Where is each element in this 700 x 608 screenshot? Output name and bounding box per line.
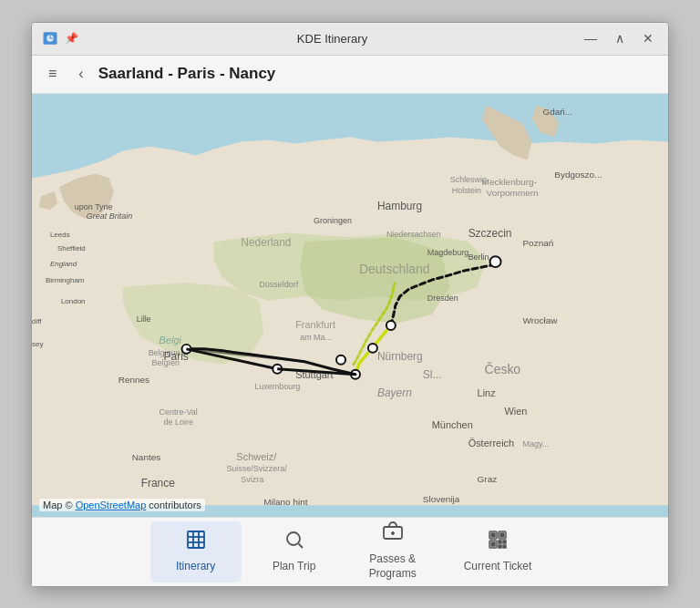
svg-rect-87 [499,545,501,548]
svg-text:Holstein: Holstein [452,186,481,195]
window-controls: — ∧ ✕ [579,29,659,47]
map-background: Great Britain Leeds Sheffield England Bi… [32,94,668,517]
itinerary-label: Itinerary [176,560,215,574]
svg-text:Poznań: Poznań [522,238,553,248]
svg-text:Nürnberg: Nürnberg [377,349,423,362]
svg-text:Deutschland: Deutschland [359,262,430,276]
svg-text:Mecklenburg-: Mecklenburg- [482,177,537,187]
svg-text:Vorpommern: Vorpommern [487,188,539,198]
pin-icon: 📌 [65,32,78,45]
svg-text:Düsseldorf: Düsseldorf [259,280,298,289]
svg-text:London: London [61,297,86,305]
svg-text:Österreich: Österreich [468,437,515,448]
svg-point-67 [490,256,501,267]
svg-point-65 [336,355,345,364]
svg-rect-86 [503,541,506,543]
svg-text:Lille: Lille [137,314,151,323]
svg-text:Gdań...: Gdań... [542,106,572,116]
svg-text:Szczecin: Szczecin [468,227,512,240]
svg-text:France: France [141,477,176,489]
attribution-suffix: contributors [149,500,201,510]
svg-text:Nantes: Nantes [132,451,161,461]
svg-text:Leeds: Leeds [50,231,70,239]
close-button[interactable]: ✕ [637,29,659,47]
passes-programs-tab[interactable]: Passes &Programs [347,521,438,582]
svg-text:Birmingham: Birmingham [46,276,85,284]
svg-text:Wrocław: Wrocław [522,314,558,325]
maximize-button[interactable]: ∧ [610,29,630,47]
svg-text:Great Britain: Great Britain [87,211,132,221]
svg-text:Svizra: Svizra [241,475,263,484]
svg-text:Bydgoszo...: Bydgoszo... [554,170,602,180]
svg-rect-80 [491,533,495,537]
svg-text:Graz: Graz [478,474,498,484]
plan-trip-tab[interactable]: Plan Trip [249,521,340,582]
svg-point-64 [386,320,396,329]
svg-text:Sheffield: Sheffield [57,244,86,252]
map-attribution: Map © OpenStreetMap contributors [39,499,205,511]
svg-text:Wien: Wien [505,405,528,416]
passes-programs-icon [382,521,404,549]
svg-text:Suisse/Svizzera/: Suisse/Svizzera/ [226,464,287,473]
window-title: KDE Itinerary [86,32,579,46]
svg-text:München: München [432,418,473,429]
svg-text:Belgi: Belgi [160,334,182,345]
current-ticket-label: Current Ticket [464,560,532,574]
svg-point-74 [287,532,300,545]
svg-text:Slovenija: Slovenija [423,494,460,504]
svg-text:Česko: Česko [485,361,521,376]
svg-text:England: England [50,260,77,268]
plan-trip-icon [283,529,305,556]
openstreetmap-link[interactable]: OpenStreetMap [76,500,147,510]
minimize-button[interactable]: — [579,29,602,47]
svg-text:Berlin: Berlin [468,252,489,262]
svg-text:Bayern: Bayern [377,386,412,398]
svg-text:de Loire: de Loire [164,417,193,426]
svg-text:Groningen: Groningen [314,216,352,225]
hamburger-menu-button[interactable]: ≡ [41,62,64,86]
current-ticket-icon [487,529,509,556]
itinerary-tab[interactable]: Itinerary [150,521,242,582]
svg-text:Magdeburg: Magdeburg [427,248,468,257]
svg-text:Frankfurt: Frankfurt [295,318,335,329]
map-area[interactable]: Great Britain Leeds Sheffield England Bi… [32,94,668,517]
toolbar: ≡ ‹ Saarland - Paris - Nancy [32,56,668,94]
svg-text:Hamburg: Hamburg [377,200,422,212]
svg-text:am Ma...: am Ma... [300,332,332,341]
svg-text:sey: sey [32,339,43,347]
svg-text:Sl...: Sl... [423,367,442,380]
title-bar: 📌 KDE Itinerary — ∧ ✕ [32,23,668,56]
page-title: Saarland - Paris - Nancy [98,65,276,83]
svg-text:Magy...: Magy... [522,438,549,448]
svg-rect-85 [499,541,501,543]
svg-text:Schweiz/: Schweiz/ [236,450,277,461]
svg-rect-82 [500,533,504,537]
svg-text:diff: diff [32,316,42,325]
svg-point-60 [368,343,377,352]
back-button[interactable]: ‹ [71,62,90,86]
svg-text:Niedersachsen: Niedersachsen [386,230,441,239]
application-window: 📌 KDE Itinerary — ∧ ✕ ≡ ‹ Saarland - Par… [31,22,669,587]
itinerary-icon [185,529,207,556]
attribution-prefix: Map © [43,500,76,510]
svg-text:Centre-Val: Centre-Val [160,407,198,416]
svg-text:Linz: Linz [478,386,497,397]
svg-text:Rennes: Rennes [118,374,149,384]
svg-text:Luxembourg: Luxembourg [254,381,300,390]
app-icon [41,29,59,47]
svg-text:Nederland: Nederland [241,236,291,249]
bottom-navigation: Itinerary Plan Trip Passes [32,517,668,586]
svg-text:Milano hint: Milano hint [263,497,307,507]
current-ticket-tab[interactable]: Current Ticket [446,521,551,582]
svg-text:upon Tyne: upon Tyne [75,202,113,211]
svg-rect-88 [503,545,506,548]
svg-line-75 [298,544,303,549]
svg-rect-84 [491,542,495,546]
passes-programs-label: Passes &Programs [369,552,417,581]
plan-trip-label: Plan Trip [273,560,315,574]
svg-text:Dresden: Dresden [427,294,458,303]
svg-rect-69 [188,531,204,548]
